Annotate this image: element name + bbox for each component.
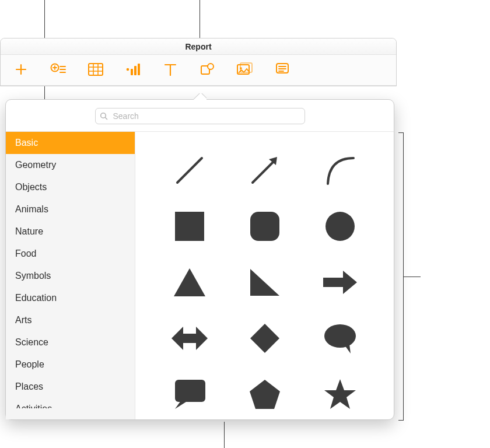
svg-rect-4: [134, 66, 136, 75]
media-icon: [237, 62, 253, 76]
search-icon: [100, 112, 108, 120]
comment-button[interactable]: [272, 61, 292, 78]
window-title: Report: [1, 38, 396, 55]
sidebar-item-objects[interactable]: Objects: [6, 176, 135, 198]
sidebar-item-label: Animals: [15, 204, 48, 214]
sidebar-item-label: Objects: [15, 182, 47, 192]
sidebar-item-people[interactable]: People: [6, 354, 135, 376]
sidebar-item-places[interactable]: Places: [6, 376, 135, 398]
svg-point-2: [127, 68, 130, 71]
search-input[interactable]: [95, 108, 305, 124]
shape-pentagon[interactable]: [227, 366, 302, 419]
table-button[interactable]: [86, 61, 106, 78]
svg-rect-17: [175, 380, 205, 402]
callout-bracket: [398, 132, 404, 421]
shapes-popover: Basic Geometry Objects Animals Nature Fo…: [5, 99, 394, 420]
svg-rect-13: [175, 212, 204, 241]
sidebar-item-label: Education: [15, 293, 57, 303]
text-icon: [163, 63, 177, 76]
sidebar-item-label: Basic: [15, 138, 38, 148]
toolbar: [1, 55, 396, 86]
shape-curve[interactable]: [302, 142, 377, 198]
shape-arrow-right[interactable]: [302, 254, 377, 310]
shape-arrow-line[interactable]: [227, 142, 302, 198]
sidebar-item-animals[interactable]: Animals: [6, 198, 135, 220]
sidebar-item-science[interactable]: Science: [6, 331, 135, 354]
shape-diamond[interactable]: [227, 310, 302, 366]
svg-rect-3: [131, 69, 133, 75]
shape-rounded-square[interactable]: [227, 198, 302, 254]
sidebar-item-label: Places: [15, 382, 43, 391]
sidebar-item-label: People: [15, 359, 44, 369]
sidebar-item-nature[interactable]: Nature: [6, 220, 135, 243]
app-window: Report: [0, 38, 397, 86]
shapes-grid: [135, 132, 394, 419]
svg-point-7: [208, 64, 214, 69]
sidebar-item-partial[interactable]: Activities: [6, 398, 135, 408]
shape-square[interactable]: [152, 198, 227, 254]
sidebar-item-geometry[interactable]: Geometry: [6, 154, 135, 176]
search-bar: [6, 100, 394, 131]
sidebar-item-label: Food: [15, 249, 36, 258]
shape-circle[interactable]: [302, 198, 377, 254]
shape-line[interactable]: [152, 142, 227, 198]
plus-circle-list-icon: [50, 62, 67, 76]
search-field: [95, 108, 305, 124]
sidebar-item-food[interactable]: Food: [6, 243, 135, 265]
callout-line: [224, 422, 225, 448]
plus-icon: [14, 62, 28, 76]
sidebar-item-education[interactable]: Education: [6, 287, 135, 309]
sidebar-item-label: Science: [15, 337, 48, 347]
sidebar-item-arts[interactable]: Arts: [6, 309, 135, 331]
sidebar-item-label: Geometry: [15, 160, 56, 170]
popover-arrow: [194, 93, 206, 100]
svg-point-15: [326, 212, 355, 241]
sidebar-item-label: Arts: [15, 315, 32, 325]
media-button[interactable]: [235, 61, 255, 78]
add-button[interactable]: [11, 61, 31, 78]
category-sidebar: Basic Geometry Objects Animals Nature Fo…: [6, 132, 135, 419]
svg-point-16: [324, 324, 356, 348]
shape-triangle[interactable]: [152, 254, 227, 310]
text-button[interactable]: [160, 61, 180, 78]
bar-chart-icon: [125, 63, 141, 76]
svg-rect-1: [89, 64, 103, 75]
insert-button[interactable]: [48, 61, 68, 78]
shape-double-arrow[interactable]: [152, 310, 227, 366]
chart-button[interactable]: [123, 61, 143, 78]
sidebar-item-symbols[interactable]: Symbols: [6, 265, 135, 287]
shape-callout-rect[interactable]: [152, 366, 227, 419]
shape-speech-bubble[interactable]: [302, 310, 377, 366]
shape-star[interactable]: [302, 366, 377, 419]
comment-lines-icon: [275, 62, 289, 76]
sidebar-item-label: Symbols: [15, 271, 51, 281]
shape-button[interactable]: [198, 61, 218, 78]
sidebar-item-label: Activities: [15, 404, 52, 408]
sidebar-item-basic[interactable]: Basic: [6, 132, 135, 154]
svg-rect-14: [250, 212, 279, 241]
table-icon: [88, 63, 103, 76]
shape-icon: [200, 62, 215, 76]
svg-rect-5: [138, 64, 140, 75]
sidebar-item-label: Nature: [15, 226, 43, 236]
shape-right-triangle[interactable]: [227, 254, 302, 310]
